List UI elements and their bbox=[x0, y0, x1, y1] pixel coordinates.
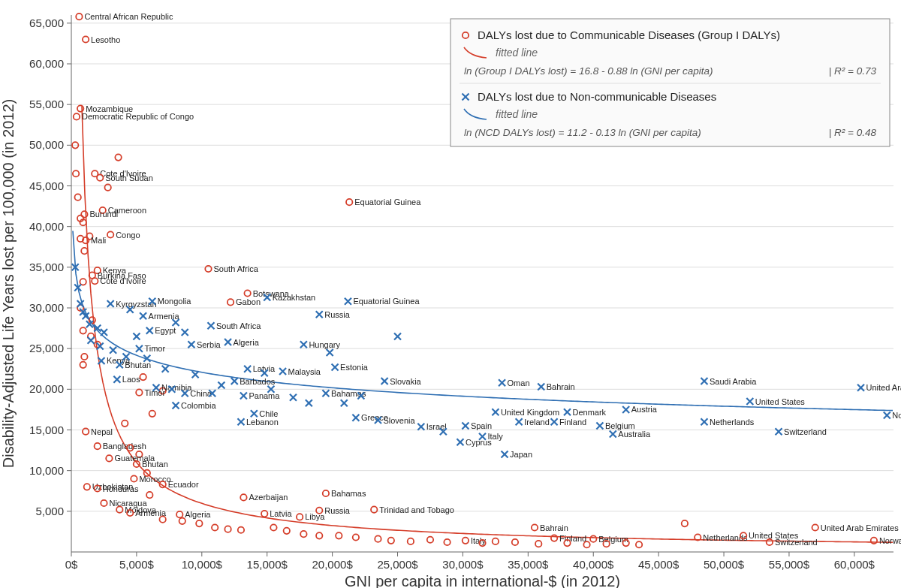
data-point-circle bbox=[590, 535, 596, 541]
legend-series1-r2: | R² = 0.73 bbox=[829, 65, 877, 77]
data-point-circle bbox=[83, 428, 89, 434]
data-point-circle bbox=[300, 531, 306, 537]
data-point-circle bbox=[493, 538, 499, 544]
point-label: Mongolia bbox=[158, 297, 192, 306]
point-label: Austria bbox=[631, 405, 658, 414]
data-point-circle bbox=[297, 514, 303, 520]
data-point-circle bbox=[284, 528, 290, 534]
point-label: Switzerland bbox=[775, 538, 818, 547]
data-point-circle bbox=[316, 532, 322, 538]
data-point-circle bbox=[80, 327, 86, 333]
data-point-circle bbox=[512, 539, 518, 545]
data-point-circle bbox=[532, 524, 538, 530]
data-point-circle bbox=[115, 154, 121, 160]
point-label: Ireland bbox=[524, 418, 550, 427]
data-point-circle bbox=[427, 537, 433, 543]
fitted-line bbox=[73, 231, 893, 411]
y-tick-label: 15,000 bbox=[29, 424, 64, 436]
point-label: Bhutan bbox=[142, 460, 168, 469]
y-axis-label: Disability-Adjusted Life Years lost per … bbox=[0, 99, 17, 468]
point-label: United Kingdom bbox=[501, 408, 559, 417]
data-point-circle bbox=[323, 490, 329, 496]
point-label: Switzerland bbox=[784, 427, 827, 436]
point-label: Gabon bbox=[236, 297, 261, 306]
y-tick-label: 40,000 bbox=[29, 220, 64, 233]
data-point-circle bbox=[136, 389, 142, 395]
data-point-circle bbox=[463, 538, 469, 544]
data-point-circle bbox=[76, 14, 82, 20]
data-point-circle bbox=[636, 541, 642, 547]
point-label: South Africa bbox=[216, 321, 261, 330]
x-tick-label: 40,000$ bbox=[573, 558, 614, 571]
point-label: Finland bbox=[559, 418, 586, 427]
data-point-circle bbox=[83, 36, 89, 42]
data-point-circle bbox=[73, 170, 79, 176]
point-label: United Arab Emirates bbox=[821, 523, 899, 532]
y-tick-label: 65,000 bbox=[29, 17, 64, 29]
data-point-circle bbox=[149, 411, 155, 417]
data-point-circle bbox=[270, 524, 276, 530]
point-label: Slovenia bbox=[383, 416, 415, 425]
data-point-circle bbox=[106, 455, 112, 461]
data-point-circle bbox=[140, 374, 146, 380]
point-label: Cyprus bbox=[466, 438, 492, 447]
x-tick-label: 35,000$ bbox=[508, 558, 549, 571]
data-point-circle bbox=[224, 526, 231, 532]
data-point-circle bbox=[551, 535, 557, 541]
y-tick-label: 55,000 bbox=[29, 98, 64, 110]
point-label: Democratic Republic of Congo bbox=[82, 112, 194, 121]
legend-series2-r2: | R² = 0.48 bbox=[829, 127, 877, 138]
point-label: Burundi bbox=[89, 210, 118, 219]
point-label: Lesotho bbox=[91, 35, 120, 44]
data-point-circle bbox=[812, 524, 818, 530]
point-label: Cote d'Ivoire bbox=[100, 276, 146, 285]
point-label: Barbados bbox=[240, 377, 276, 386]
point-label: Bahrain bbox=[547, 382, 575, 391]
point-label: Bahrain bbox=[540, 523, 568, 532]
data-point-circle bbox=[244, 290, 250, 296]
x-tick-label: 30,000$ bbox=[442, 558, 484, 571]
data-point-circle bbox=[107, 231, 113, 237]
legend-series2-title: DALYs lost due to Non-communicable Disea… bbox=[478, 90, 716, 103]
x-tick-label: 5,000$ bbox=[119, 558, 155, 571]
y-tick-label: 35,000 bbox=[29, 261, 64, 273]
x-tick-label: 55,000$ bbox=[769, 558, 810, 571]
point-label: Honduras bbox=[103, 484, 139, 493]
data-point-circle bbox=[388, 538, 394, 544]
x-tick-label: 15,000$ bbox=[247, 558, 288, 571]
point-label: Trinidad and Tobago bbox=[379, 505, 454, 514]
y-tick-label: 45,000 bbox=[29, 179, 64, 192]
data-point-circle bbox=[104, 184, 110, 190]
data-point-circle bbox=[682, 520, 688, 526]
data-point-circle bbox=[74, 113, 80, 119]
y-tick-label: 20,000 bbox=[29, 382, 64, 395]
point-label: United States bbox=[755, 397, 806, 406]
point-label: Azerbaijan bbox=[249, 493, 288, 502]
y-tick-label: 60,000 bbox=[29, 57, 64, 70]
legend-series2-sub: fitted line bbox=[496, 108, 538, 120]
y-tick-label: 5,000 bbox=[35, 505, 64, 517]
point-label: Israel bbox=[426, 422, 447, 431]
point-label: Netherlands bbox=[710, 418, 755, 427]
point-label: Algeria bbox=[185, 510, 211, 519]
data-point-circle bbox=[176, 511, 182, 517]
point-label: Bangladesh bbox=[103, 442, 146, 451]
point-label: Libya bbox=[305, 512, 325, 521]
data-point-circle bbox=[205, 266, 211, 272]
data-point-circle bbox=[444, 539, 450, 545]
point-label: South Sudan bbox=[105, 173, 153, 182]
x-tick-label: 10,000$ bbox=[182, 558, 223, 571]
x-tick-label: 45,000$ bbox=[638, 558, 680, 571]
point-label: Saudi Arabia bbox=[710, 377, 757, 386]
legend-series1-title: DALYs lost due to Communicable Diseases … bbox=[478, 29, 780, 41]
point-label: Congo bbox=[116, 231, 140, 240]
point-label: Spain bbox=[471, 421, 492, 430]
data-point-circle bbox=[371, 506, 377, 512]
point-label: Equatorial Guinea bbox=[353, 297, 420, 306]
point-label: Panama bbox=[249, 391, 280, 400]
point-label: Serbia bbox=[197, 340, 221, 349]
x-tick-label: 20,000$ bbox=[312, 558, 354, 571]
point-label: Hungary bbox=[309, 340, 340, 349]
point-label: Mali bbox=[91, 236, 106, 245]
point-label: Lebanon bbox=[246, 418, 279, 427]
